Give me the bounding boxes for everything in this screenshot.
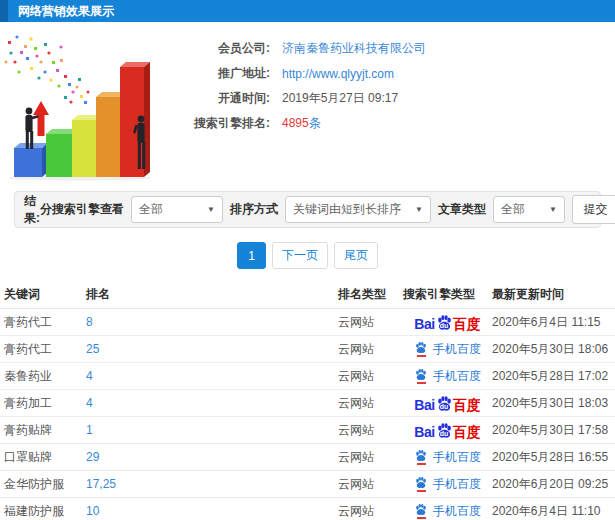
mobile-baidu-paw-icon — [414, 368, 428, 384]
keyword-cell: 金华防护服 — [4, 476, 86, 493]
baidu-logo: Bai du 百度 — [414, 395, 480, 412]
page-title: 网络营销效果展示 — [18, 3, 114, 20]
rank-link[interactable]: 17,25 — [86, 477, 338, 491]
engine-cell: Bai du 百度 — [403, 422, 492, 439]
baidu-logo: Bai du 百度 — [414, 314, 480, 331]
rank-link[interactable]: 10 — [86, 504, 338, 518]
updated-cell: 2020年5月30日 18:03 — [492, 395, 615, 412]
chevron-down-icon: ▼ — [207, 205, 215, 214]
rank-type-cell: 云网站 — [338, 476, 403, 493]
company-label: 会员公司: — [178, 40, 270, 57]
keyword-cell: 福建防护服 — [4, 503, 86, 520]
rank-type-cell: 云网站 — [338, 422, 403, 439]
rank-type-cell: 云网站 — [338, 368, 403, 385]
confetti-dots — [5, 35, 90, 104]
mobile-baidu-badge: 手机百度 — [414, 449, 481, 466]
mobile-baidu-badge: 手机百度 — [414, 476, 481, 493]
last-page-button[interactable]: 尾页 — [334, 242, 378, 269]
table-row: 膏药代工 8 云网站 Bai du 百度 2020年6月4日 11:15 — [0, 309, 615, 336]
info-row-company: 会员公司: 济南秦鲁药业科技有限公司 — [178, 36, 426, 61]
rank-type-cell: 云网站 — [338, 449, 403, 466]
header-updated: 最新更新时间 — [492, 286, 615, 303]
updated-cell: 2020年5月28日 16:55 — [492, 449, 615, 466]
header-keyword: 关键词 — [4, 286, 86, 303]
rank-link[interactable]: 1 — [86, 423, 338, 437]
mobile-baidu-paw-icon — [414, 449, 428, 465]
page-1-button[interactable]: 1 — [237, 242, 266, 269]
table-row: 金华防护服 17,25 云网站 手机百度 2020年6月20日 09:25 — [0, 471, 615, 498]
engine-cell: 手机百度 — [403, 368, 492, 385]
updated-cell: 2020年6月4日 11:15 — [492, 314, 615, 331]
keyword-cell: 膏药贴牌 — [4, 422, 86, 439]
baidu-logo: Bai du 百度 — [414, 422, 480, 439]
table-header: 关键词 排名 排名类型 搜索引擎类型 最新更新时间 — [0, 281, 615, 309]
baidu-paw-icon: du — [436, 314, 453, 331]
up-arrow — [33, 101, 49, 136]
rank-count-label: 搜索引擎排名: — [178, 115, 270, 132]
rank-type-cell: 云网站 — [338, 314, 403, 331]
filter-controls: 分搜索引擎查看 全部 ▼ 排序方式 关键词由短到长排序 ▼ 文章类型 全部 ▼ … — [40, 195, 615, 224]
chevron-down-icon: ▼ — [415, 205, 423, 214]
engine-cell: 手机百度 — [403, 341, 492, 358]
company-info: 会员公司: 济南秦鲁药业科技有限公司 推广地址: http://www.qlyy… — [178, 31, 426, 182]
table-row: 秦鲁药业 4 云网站 手机百度 2020年5月28日 17:02 — [0, 363, 615, 390]
engine-filter-label: 分搜索引擎查看 — [40, 201, 124, 218]
mobile-baidu-paw-icon — [414, 341, 428, 357]
open-time-label: 开通时间: — [178, 90, 270, 107]
ranking-table: 关键词 排名 排名类型 搜索引擎类型 最新更新时间 膏药代工 8 云网站 Bai… — [0, 281, 615, 520]
sort-filter-label: 排序方式 — [230, 201, 278, 218]
mobile-baidu-badge: 手机百度 — [414, 341, 481, 358]
mobile-baidu-badge: 手机百度 — [414, 503, 481, 520]
header-rank: 排名 — [86, 286, 338, 303]
open-time-value: 2019年5月27日 09:17 — [282, 90, 398, 107]
updated-cell: 2020年5月28日 17:02 — [492, 368, 615, 385]
rank-link[interactable]: 8 — [86, 315, 338, 329]
keyword-cell: 秦鲁药业 — [4, 368, 86, 385]
mobile-baidu-paw-icon — [414, 503, 428, 519]
rank-link[interactable]: 25 — [86, 342, 338, 356]
rank-type-cell: 云网站 — [338, 341, 403, 358]
engine-select[interactable]: 全部 ▼ — [131, 196, 223, 223]
submit-button[interactable]: 提交 — [572, 195, 615, 224]
rank-link[interactable]: 4 — [86, 396, 338, 410]
info-row-rank-count: 搜索引擎排名: 4895条 — [178, 111, 426, 136]
bar-red — [120, 62, 150, 177]
engine-cell: 手机百度 — [403, 503, 492, 520]
article-type-select[interactable]: 全部 ▼ — [493, 196, 565, 223]
updated-cell: 2020年6月20日 09:25 — [492, 476, 615, 493]
mobile-baidu-badge: 手机百度 — [414, 368, 481, 385]
company-link[interactable]: 济南秦鲁药业科技有限公司 — [282, 40, 426, 57]
result-label: 结果: — [24, 193, 40, 227]
article-type-select-value: 全部 — [501, 201, 525, 218]
baidu-paw-icon: du — [436, 422, 453, 439]
bar-chart-illustration — [0, 31, 178, 181]
sort-select[interactable]: 关键词由短到长排序 ▼ — [285, 196, 431, 223]
updated-cell: 2020年6月4日 11:10 — [492, 503, 615, 520]
engine-cell: Bai du 百度 — [403, 314, 492, 331]
sort-select-value: 关键词由短到长排序 — [293, 201, 401, 218]
table-row: 福建防护服 10 云网站 手机百度 2020年6月4日 11:10 — [0, 498, 615, 520]
table-row: 膏药代工 25 云网站 手机百度 2020年5月30日 18:06 — [0, 336, 615, 363]
promo-url-link[interactable]: http://www.qlyyjt.com — [282, 67, 394, 81]
rank-link[interactable]: 29 — [86, 450, 338, 464]
header-engine-type: 搜索引擎类型 — [403, 286, 492, 303]
table-body: 膏药代工 8 云网站 Bai du 百度 2020年6月4日 11:15膏药代工… — [0, 309, 615, 520]
next-page-button[interactable]: 下一页 — [272, 242, 328, 269]
baidu-paw-icon: du — [436, 395, 453, 412]
summary-section: 会员公司: 济南秦鲁药业科技有限公司 推广地址: http://www.qlyy… — [0, 22, 615, 182]
mobile-baidu-paw-icon — [414, 476, 428, 492]
keyword-cell: 膏药代工 — [4, 341, 86, 358]
keyword-cell: 膏药代工 — [4, 314, 86, 331]
pagination: 1 下一页 尾页 — [0, 242, 615, 269]
updated-cell: 2020年5月30日 17:58 — [492, 422, 615, 439]
engine-cell: 手机百度 — [403, 476, 492, 493]
table-row: 膏药加工 4 云网站 Bai du 百度 2020年5月30日 18:03 — [0, 390, 615, 417]
title-bar: 网络营销效果展示 — [0, 0, 615, 22]
engine-cell: 手机百度 — [403, 449, 492, 466]
rank-link[interactable]: 4 — [86, 369, 338, 383]
keyword-cell: 膏药加工 — [4, 395, 86, 412]
info-row-open-time: 开通时间: 2019年5月27日 09:17 — [178, 86, 426, 111]
promo-url-label: 推广地址: — [178, 65, 270, 82]
table-row: 口罩贴牌 29 云网站 手机百度 2020年5月28日 16:55 — [0, 444, 615, 471]
table-row: 膏药贴牌 1 云网站 Bai du 百度 2020年5月30日 17:58 — [0, 417, 615, 444]
